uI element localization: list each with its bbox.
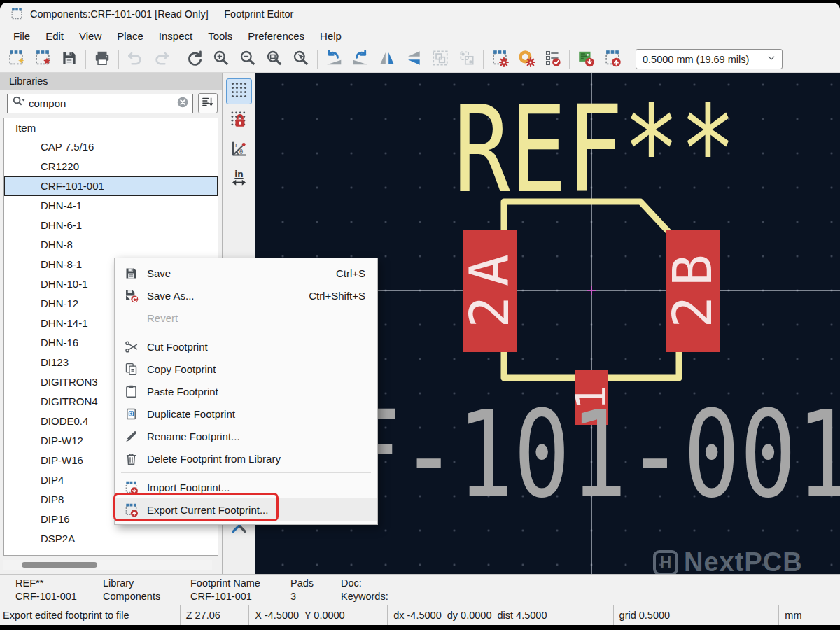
rotate-clockwise-button[interactable] xyxy=(347,48,374,71)
info-reference: REF** CRF-101-001 xyxy=(15,575,103,605)
units-inches-button[interactable]: in xyxy=(226,167,252,192)
library-item-cap-7-5-16[interactable]: CAP 7.5/16 xyxy=(4,137,218,157)
footprint-checker-icon xyxy=(544,49,562,70)
mirror-vertical-button[interactable] xyxy=(374,48,400,71)
pad-2A[interactable]: 2A xyxy=(463,230,517,352)
sort-button[interactable] xyxy=(198,93,218,113)
menu-preferences[interactable]: Preferences xyxy=(240,28,312,44)
menu-item-copy-footprint[interactable]: Copy Footprint xyxy=(115,358,377,380)
library-search-input[interactable] xyxy=(26,97,176,109)
new-footprint-wizard-button[interactable] xyxy=(29,48,56,71)
footprint-editor-window: Components:CRF-101-001 [Read Only] — Foo… xyxy=(0,0,840,630)
zoom-to-selection-button[interactable] xyxy=(288,48,314,71)
mirror-horizontal-button[interactable] xyxy=(400,48,427,71)
status-bar: Export edited footprint to file Z 27.06 … xyxy=(0,605,840,625)
toggle-grid-button[interactable] xyxy=(226,78,252,104)
zoom-out-icon xyxy=(239,49,257,70)
info-pads-label: Pads xyxy=(290,577,341,590)
menu-item-cut-footprint[interactable]: Cut Footprint xyxy=(115,335,377,358)
ungroup-items-button xyxy=(454,48,480,71)
menu-view[interactable]: View xyxy=(71,28,109,44)
library-item-crf-101-001[interactable]: CRF-101-001 xyxy=(4,176,218,196)
menu-file[interactable]: File xyxy=(6,28,38,44)
menu-item-save-as[interactable]: Save As...Ctrl+Shift+S xyxy=(115,284,377,307)
menu-separator xyxy=(121,472,371,473)
print-button[interactable] xyxy=(89,48,115,71)
menu-item-delete-footprint-from-library[interactable]: Delete Footprint from Library xyxy=(115,447,377,470)
info-pads-value: 3 xyxy=(290,590,341,603)
footprint-properties-button[interactable] xyxy=(486,48,513,71)
menu-tools[interactable]: Tools xyxy=(200,28,240,44)
window-bottom-edge xyxy=(0,625,840,630)
library-item-dhn-6-1[interactable]: DHN-6-1 xyxy=(4,216,218,235)
menu-bar: FileEditViewPlaceInspectToolsPreferences… xyxy=(0,25,840,46)
pad-2B[interactable]: 2B xyxy=(666,230,720,352)
menu-item-label: Duplicate Footprint xyxy=(147,408,377,420)
zoom-out-button[interactable] xyxy=(234,48,261,71)
refresh-view-button[interactable] xyxy=(181,48,208,71)
menu-edit[interactable]: Edit xyxy=(38,28,71,44)
default-pad-properties-button[interactable] xyxy=(513,48,540,71)
duplicate-icon xyxy=(115,407,147,421)
menu-inspect[interactable]: Inspect xyxy=(151,28,200,44)
menu-item-duplicate-footprint[interactable]: Duplicate Footprint xyxy=(115,402,377,425)
library-item-du-led[interactable]: DU-LED xyxy=(4,549,218,556)
info-doc-keywords: Doc: Keywords: xyxy=(341,575,840,605)
menu-item-label: Copy Footprint xyxy=(147,363,377,375)
info-library-label: Library xyxy=(103,577,190,590)
svg-text:in: in xyxy=(234,169,243,179)
status-grid: grid 0.5000 xyxy=(613,606,779,625)
new-footprint-button[interactable] xyxy=(3,48,29,71)
save-button[interactable] xyxy=(56,48,83,71)
grid-size-value: 0.5000 mm (19.69 mils) xyxy=(643,54,765,65)
rotate-counterclockwise-button[interactable] xyxy=(321,48,347,71)
polar-icon: rθ xyxy=(230,139,248,161)
info-reference-label: REF** xyxy=(15,577,103,590)
info-reference-value: CRF-101-001 xyxy=(15,590,103,603)
menu-item-export-current-footprint[interactable]: Export Current Footprint... xyxy=(115,498,377,521)
menu-item-import-footprint[interactable]: Import Footprint... xyxy=(115,476,377,498)
zoom-to-fit-button[interactable] xyxy=(261,48,288,71)
grid-overrides-button[interactable] xyxy=(226,108,252,134)
menu-item-save[interactable]: SaveCtrl+S xyxy=(115,262,377,284)
footprint-context-menu: SaveCtrl+SSave As...Ctrl+Shift+SRevertCu… xyxy=(114,258,378,525)
library-item-cr1220[interactable]: CR1220 xyxy=(4,157,218,176)
mirror-h-icon xyxy=(405,49,423,70)
footprint-properties-icon xyxy=(491,49,509,70)
status-cursor-position: X -4.5000 Y 0.0000 xyxy=(248,606,387,625)
status-hint: Export edited footprint to file xyxy=(0,606,180,625)
chevron-down-icon xyxy=(765,52,778,67)
footprint-checker-button[interactable] xyxy=(540,48,566,71)
menu-item-rename-footprint[interactable]: Rename Footprint... xyxy=(115,425,377,447)
library-item-dhn-4-1[interactable]: DHN-4-1 xyxy=(4,196,218,216)
info-footprint-name-label: Footprint Name xyxy=(190,577,290,590)
menu-item-revert: Revert xyxy=(115,307,377,329)
menu-item-label: Export Current Footprint... xyxy=(147,504,377,516)
rotate-cw-icon xyxy=(351,49,370,70)
info-pads: Pads 3 xyxy=(290,575,341,605)
nextpcb-logo-icon: H xyxy=(653,550,678,575)
libraries-panel-title: Libraries xyxy=(0,73,222,90)
status-units: mm xyxy=(778,606,834,625)
scrollbar-thumb[interactable] xyxy=(22,562,97,568)
load-footprint-from-board-button[interactable] xyxy=(573,48,599,71)
grid-size-select[interactable]: 0.5000 mm (19.69 mils) xyxy=(636,49,783,69)
zoom-in-button[interactable] xyxy=(208,48,234,71)
tree-column-header: Item xyxy=(4,118,218,137)
library-horizontal-scrollbar[interactable] xyxy=(4,560,212,570)
new-footprint-icon xyxy=(7,49,25,70)
menu-item-paste-footprint[interactable]: Paste Footprint xyxy=(115,380,377,402)
library-item-dsp2a[interactable]: DSP2A xyxy=(4,529,218,549)
menu-help[interactable]: Help xyxy=(312,28,349,44)
menu-place[interactable]: Place xyxy=(109,28,151,44)
save-icon xyxy=(60,49,78,70)
clear-search-icon[interactable] xyxy=(176,95,190,112)
insert-footprint-into-board-button[interactable] xyxy=(599,48,626,71)
rotate-ccw-icon xyxy=(325,49,343,70)
svg-text:θ: θ xyxy=(239,148,243,155)
library-item-dhn-8[interactable]: DHN-8 xyxy=(4,235,218,255)
copy-icon xyxy=(115,362,147,377)
info-doc-label: Doc: xyxy=(341,577,840,590)
polar-coordinates-button[interactable]: rθ xyxy=(226,137,252,163)
info-footprint-name-value: CRF-101-001 xyxy=(190,590,290,603)
